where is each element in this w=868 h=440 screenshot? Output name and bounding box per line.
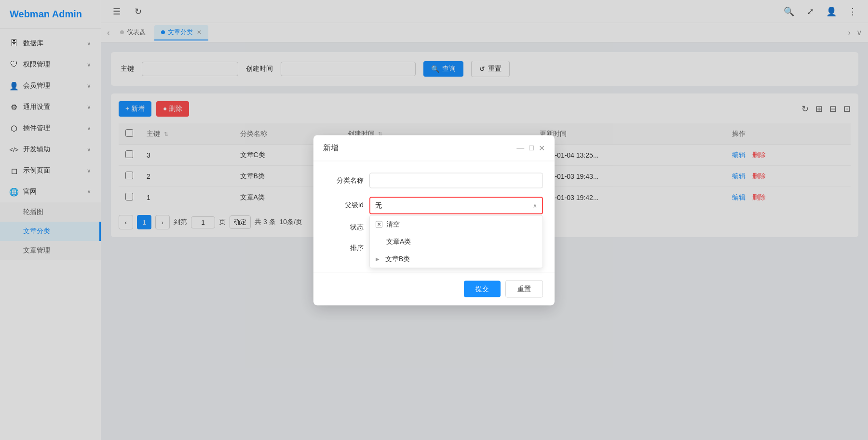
dropdown-item-b-label: 文章B类 — [385, 254, 410, 263]
dropdown-item-article-b[interactable]: ▶ 文章B类 — [370, 250, 542, 267]
modal-header: 新增 — □ ✕ — [313, 135, 555, 161]
modal-close-button[interactable]: ✕ — [539, 143, 545, 152]
modal-header-actions: — □ ✕ — [516, 143, 545, 152]
clear-icon: ✕ — [376, 221, 382, 227]
modal-footer: 提交 重置 — [313, 272, 555, 305]
parent-id-dropdown: ✕ 清空 文章A类 ▶ 文章B类 — [369, 215, 543, 268]
form-row-parent-id: 父级id 无 ∧ ✕ 清空 — [325, 197, 543, 214]
dropdown-item-article-a[interactable]: 文章A类 — [370, 233, 542, 250]
modal-reset-button[interactable]: 重置 — [505, 280, 543, 297]
select-arrow-icon: ∧ — [533, 202, 537, 209]
dropdown-clear-item[interactable]: ✕ 清空 — [370, 215, 542, 233]
parent-id-value: 无 — [375, 201, 382, 210]
modal-title: 新增 — [323, 143, 339, 153]
item-b-expand-icon: ▶ — [376, 256, 380, 262]
dropdown-clear-label: 清空 — [386, 220, 400, 228]
add-modal: 新增 — □ ✕ 分类名称 父级id 无 — [313, 135, 555, 305]
category-name-input[interactable] — [369, 173, 543, 188]
sort-label: 排序 — [325, 243, 364, 252]
modal-minimize-button[interactable]: — — [516, 144, 524, 152]
category-name-label: 分类名称 — [325, 176, 364, 185]
dropdown-item-a-label: 文章A类 — [386, 237, 411, 246]
modal-body: 分类名称 父级id 无 ∧ ✕ 清空 — [313, 161, 555, 272]
content-area: 主键 创建时间 🔍 查询 ↺ 重置 + 新增 ● 删除 ↻ ⊞ ⊟ — [101, 42, 868, 440]
parent-id-label: 父级id — [325, 197, 364, 209]
modal-maximize-button[interactable]: □ — [529, 144, 534, 152]
parent-id-select-wrapper: 无 ∧ ✕ 清空 文章A类 — [369, 197, 543, 214]
submit-button[interactable]: 提交 — [464, 280, 501, 297]
status-label: 状态 — [325, 223, 364, 231]
parent-id-select[interactable]: 无 ∧ — [369, 197, 543, 214]
form-row-category-name: 分类名称 — [325, 173, 543, 188]
main-area: ☰ ↻ 🔍 ⤢ 👤 ⋮ ‹ 仪表盘 文章分类 ✕ › ∨ 主键 创建时间 — [101, 0, 868, 440]
